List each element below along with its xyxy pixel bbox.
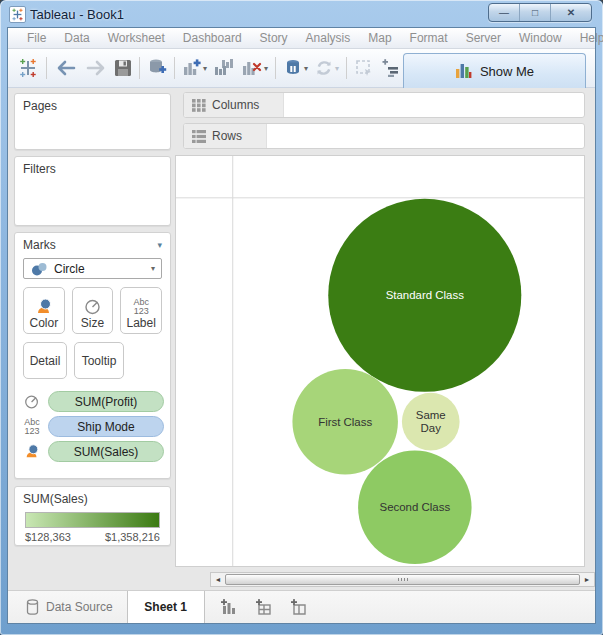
menu-data[interactable]: Data bbox=[55, 31, 98, 45]
toolbar-separator bbox=[46, 57, 47, 79]
caret-down-icon: ▾ bbox=[151, 264, 155, 273]
pause-auto-updates-button[interactable]: ▾ bbox=[280, 54, 311, 82]
toolbar: ▾ ▾ bbox=[8, 49, 595, 88]
menu-map[interactable]: Map bbox=[359, 31, 400, 45]
window-controls: — □ ✕ bbox=[488, 3, 592, 22]
window-title: Tableau - Book1 bbox=[30, 7, 124, 22]
new-worksheet-icon bbox=[182, 58, 202, 78]
save-button[interactable] bbox=[111, 54, 135, 82]
abc-123-icon: Abc123 bbox=[21, 418, 43, 436]
new-dashboard-tab-icon[interactable] bbox=[254, 598, 274, 616]
tooltip-button[interactable]: Tooltip bbox=[74, 342, 124, 379]
save-icon bbox=[114, 59, 132, 77]
color-legend-card[interactable]: SUM(Sales) $128,363 $1,358,216 bbox=[14, 486, 171, 546]
size-button-label: Size bbox=[81, 316, 104, 330]
status-bar: Data Source Sheet 1 bbox=[8, 590, 595, 623]
show-me-label: Show Me bbox=[480, 64, 534, 79]
label-button-label: Label bbox=[126, 316, 155, 330]
mark-type-dropdown[interactable]: Circle ▾ bbox=[23, 258, 162, 279]
pages-shelf[interactable]: Pages bbox=[14, 93, 171, 150]
show-me-button[interactable]: Show Me bbox=[403, 53, 586, 88]
legend-title: SUM(Sales) bbox=[15, 487, 170, 506]
sheet-tab-active[interactable]: Sheet 1 bbox=[127, 591, 205, 623]
horizontal-scrollbar[interactable]: ◄ ► bbox=[210, 572, 595, 587]
filters-label: Filters bbox=[15, 157, 170, 176]
color-button[interactable]: Color bbox=[23, 287, 65, 334]
maximize-button[interactable]: □ bbox=[520, 4, 551, 21]
color-icon bbox=[21, 443, 43, 460]
detail-button[interactable]: Detail bbox=[23, 342, 67, 379]
data-source-label: Data Source bbox=[46, 600, 113, 614]
redo-arrow-icon bbox=[84, 59, 108, 77]
menu-bar: File Data Worksheet Dashboard Story Anal… bbox=[8, 28, 595, 49]
duplicate-sheet-button[interactable] bbox=[210, 54, 238, 82]
fix-axes-icon bbox=[380, 58, 400, 78]
legend-gradient-bar[interactable] bbox=[25, 512, 160, 528]
menu-server[interactable]: Server bbox=[457, 31, 510, 45]
scrollbar-grip bbox=[398, 578, 408, 581]
pill-sum-profit[interactable]: SUM(Profit) bbox=[48, 391, 164, 412]
toolbar-separator bbox=[174, 57, 175, 79]
fix-axes-button[interactable] bbox=[377, 54, 403, 82]
rows-label: Rows bbox=[212, 129, 242, 143]
label-button[interactable]: Abc 123 Label bbox=[120, 287, 162, 334]
highlight-button[interactable] bbox=[351, 54, 377, 82]
detail-button-label: Detail bbox=[30, 354, 61, 368]
toolbar-separator bbox=[275, 57, 276, 79]
undo-arrow-icon bbox=[54, 59, 78, 77]
pill-sum-sales[interactable]: SUM(Sales) bbox=[48, 441, 164, 462]
size-button[interactable]: Size bbox=[72, 287, 114, 334]
new-data-source-button[interactable] bbox=[144, 54, 170, 82]
tableau-logo-button[interactable] bbox=[14, 54, 42, 82]
data-source-tab[interactable]: Data Source bbox=[8, 591, 127, 623]
marks-title: Marks bbox=[23, 238, 56, 252]
redo-button[interactable] bbox=[81, 54, 111, 82]
chart-pane[interactable]: Standard ClassFirst ClassSameDaySecond C… bbox=[175, 155, 585, 567]
menu-format[interactable]: Format bbox=[401, 31, 457, 45]
menu-dashboard[interactable]: Dashboard bbox=[174, 31, 251, 45]
minimize-button[interactable]: — bbox=[489, 4, 520, 21]
size-icon bbox=[83, 297, 103, 316]
tableau-window: Tableau - Book1 — □ ✕ File Data Workshee… bbox=[0, 0, 603, 635]
menu-window[interactable]: Window bbox=[510, 31, 571, 45]
new-worksheet-button[interactable]: ▾ bbox=[179, 54, 210, 82]
data-source-icon bbox=[26, 599, 39, 615]
scrollbar-thumb[interactable] bbox=[225, 574, 580, 585]
caret-down-icon: ▾ bbox=[335, 64, 339, 73]
menu-analysis[interactable]: Analysis bbox=[297, 31, 360, 45]
clear-sheet-icon bbox=[241, 58, 263, 78]
abc-123-icon: Abc 123 bbox=[133, 298, 149, 316]
bubble-label: Standard Class bbox=[386, 289, 464, 301]
filters-shelf[interactable]: Filters bbox=[14, 156, 171, 226]
legend-min-value: $128,363 bbox=[25, 531, 71, 543]
columns-shelf[interactable]: Columns bbox=[183, 92, 585, 118]
menu-story[interactable]: Story bbox=[251, 31, 297, 45]
scroll-right-arrow[interactable]: ► bbox=[580, 573, 594, 586]
new-worksheet-tab-icon[interactable] bbox=[219, 598, 239, 616]
workspace: Pages Filters Marks ▾ Circle ▾ bbox=[8, 88, 595, 590]
pill-ship-mode[interactable]: Ship Mode bbox=[48, 416, 164, 437]
toolbar-separator bbox=[139, 57, 140, 79]
caret-down-icon: ▾ bbox=[304, 64, 308, 73]
show-me-icon bbox=[455, 63, 472, 79]
client-area: File Data Worksheet Dashboard Story Anal… bbox=[8, 28, 595, 623]
color-button-label: Color bbox=[29, 316, 58, 330]
menu-help[interactable]: Help bbox=[571, 31, 603, 45]
scroll-left-arrow[interactable]: ◄ bbox=[211, 573, 225, 586]
pause-auto-updates-icon bbox=[283, 58, 303, 78]
menu-file[interactable]: File bbox=[18, 31, 55, 45]
marks-card: Marks ▾ Circle ▾ Col bbox=[14, 232, 171, 479]
close-button[interactable]: ✕ bbox=[551, 4, 591, 21]
new-data-source-icon bbox=[147, 58, 167, 78]
run-update-button[interactable]: ▾ bbox=[311, 54, 342, 82]
title-bar[interactable]: Tableau - Book1 — □ ✕ bbox=[0, 0, 603, 28]
columns-label: Columns bbox=[212, 98, 259, 112]
bubble-label: Second Class bbox=[380, 501, 451, 513]
marks-collapse-icon[interactable]: ▾ bbox=[157, 240, 162, 250]
clear-sheet-button[interactable]: ▾ bbox=[238, 54, 271, 82]
undo-button[interactable] bbox=[51, 54, 81, 82]
menu-worksheet[interactable]: Worksheet bbox=[99, 31, 174, 45]
rows-shelf[interactable]: Rows bbox=[183, 123, 585, 149]
view-area: Columns Rows Standard ClassFirst Cla bbox=[175, 88, 595, 590]
new-story-tab-icon[interactable] bbox=[289, 598, 309, 616]
